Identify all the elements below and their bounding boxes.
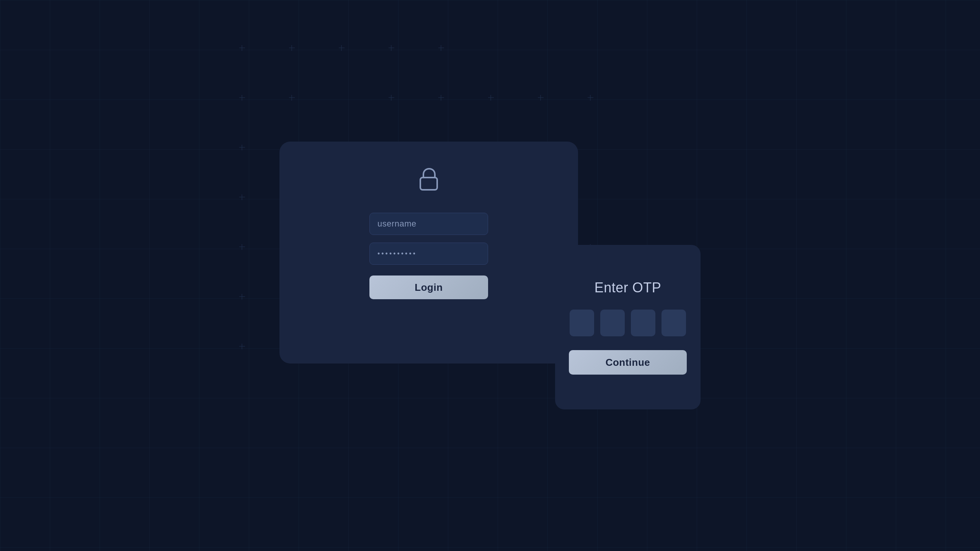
otp-title: Enter OTP xyxy=(595,280,662,296)
otp-input-4[interactable] xyxy=(662,310,686,336)
lock-icon xyxy=(415,165,443,194)
login-card: Login xyxy=(279,142,578,364)
login-form: Login xyxy=(299,213,559,299)
continue-button[interactable]: Continue xyxy=(569,350,687,375)
otp-input-3[interactable] xyxy=(631,310,655,336)
scene-container: Login Enter OTP Continue xyxy=(279,142,701,409)
otp-inputs-container xyxy=(570,310,686,336)
otp-input-2[interactable] xyxy=(600,310,625,336)
username-input[interactable] xyxy=(369,213,488,235)
svg-rect-73 xyxy=(420,178,437,190)
password-input[interactable] xyxy=(369,243,488,265)
otp-input-1[interactable] xyxy=(570,310,594,336)
login-button[interactable]: Login xyxy=(369,276,488,299)
otp-card: Enter OTP Continue xyxy=(555,245,701,409)
